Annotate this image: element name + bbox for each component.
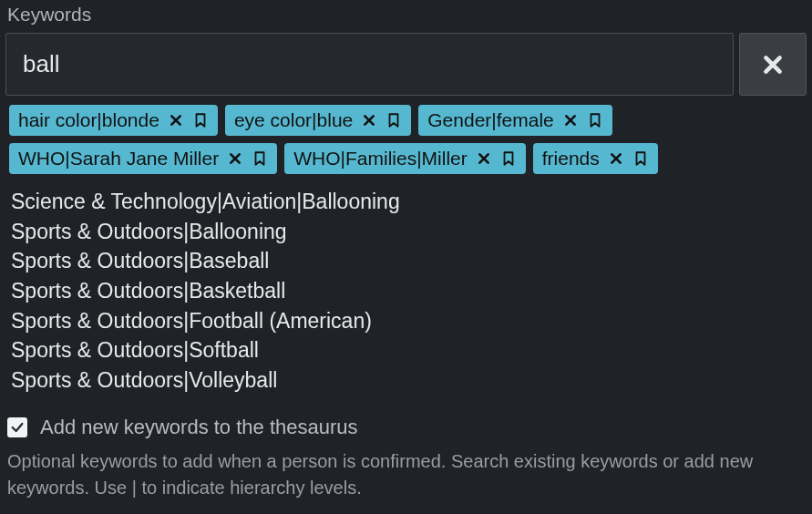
bookmark-tag-button[interactable] xyxy=(192,111,209,129)
bookmark-icon xyxy=(500,149,517,168)
bookmark-icon xyxy=(587,111,603,129)
keyword-tag: friends xyxy=(533,143,658,174)
remove-tag-button[interactable] xyxy=(169,113,183,128)
remove-tag-button[interactable] xyxy=(362,113,376,128)
close-icon xyxy=(362,113,376,128)
keyword-tag-label: WHO|Sarah Jane Miller xyxy=(18,148,219,170)
keywords-help-text: Optional keywords to add when a person i… xyxy=(5,448,807,501)
suggestion-item[interactable]: Sports & Outdoors|Basketball xyxy=(11,276,807,306)
keywords-label: Keywords xyxy=(5,4,807,26)
suggestion-item[interactable]: Sports & Outdoors|Softball xyxy=(11,335,807,365)
check-icon xyxy=(10,420,25,435)
remove-tag-button[interactable] xyxy=(477,151,491,166)
keyword-tag-label: Gender|female xyxy=(427,109,554,131)
bookmark-icon xyxy=(385,111,402,129)
thesaurus-checkbox-label: Add new keywords to the thesaurus xyxy=(40,416,358,439)
keyword-tag-label: eye color|blue xyxy=(234,109,353,131)
bookmark-tag-button[interactable] xyxy=(252,149,268,168)
keyword-tag-label: friends xyxy=(542,148,600,170)
suggestion-list: Science & Technology|Aviation|Ballooning… xyxy=(5,187,807,396)
keyword-tag: Gender|female xyxy=(418,105,612,136)
thesaurus-checkbox[interactable] xyxy=(7,417,27,437)
search-row xyxy=(5,33,807,96)
bookmark-tag-button[interactable] xyxy=(632,149,649,168)
bookmark-tag-button[interactable] xyxy=(385,111,402,129)
keyword-tag: WHO|Families|Miller xyxy=(284,143,526,174)
keyword-tag: WHO|Sarah Jane Miller xyxy=(9,143,277,174)
thesaurus-option-row: Add new keywords to the thesaurus xyxy=(5,416,807,439)
keyword-tag: eye color|blue xyxy=(225,105,411,136)
remove-tag-button[interactable] xyxy=(609,151,623,166)
keyword-tag: hair color|blonde xyxy=(9,105,218,136)
bookmark-tag-button[interactable] xyxy=(500,149,517,168)
close-icon xyxy=(228,151,242,166)
suggestion-item[interactable]: Sports & Outdoors|Ballooning xyxy=(11,217,807,247)
clear-search-button[interactable] xyxy=(739,33,807,96)
bookmark-icon xyxy=(192,111,209,129)
bookmark-tag-button[interactable] xyxy=(587,111,603,129)
suggestion-item[interactable]: Science & Technology|Aviation|Ballooning xyxy=(11,187,807,217)
keywords-search-input[interactable] xyxy=(5,33,734,96)
suggestion-item[interactable]: Sports & Outdoors|Volleyball xyxy=(11,365,807,396)
suggestion-item[interactable]: Sports & Outdoors|Baseball xyxy=(11,246,807,276)
remove-tag-button[interactable] xyxy=(563,113,578,128)
keyword-tag-label: hair color|blonde xyxy=(18,109,159,131)
bookmark-icon xyxy=(632,149,649,168)
close-icon xyxy=(761,53,785,77)
bookmark-icon xyxy=(252,149,268,168)
close-icon xyxy=(169,113,183,128)
close-icon xyxy=(563,113,578,128)
close-icon xyxy=(609,151,623,166)
selected-tags: hair color|blondeeye color|blueGender|fe… xyxy=(5,105,807,174)
close-icon xyxy=(477,151,491,166)
keyword-tag-label: WHO|Families|Miller xyxy=(293,148,468,170)
remove-tag-button[interactable] xyxy=(228,151,242,166)
suggestion-item[interactable]: Sports & Outdoors|Football (American) xyxy=(11,306,807,336)
